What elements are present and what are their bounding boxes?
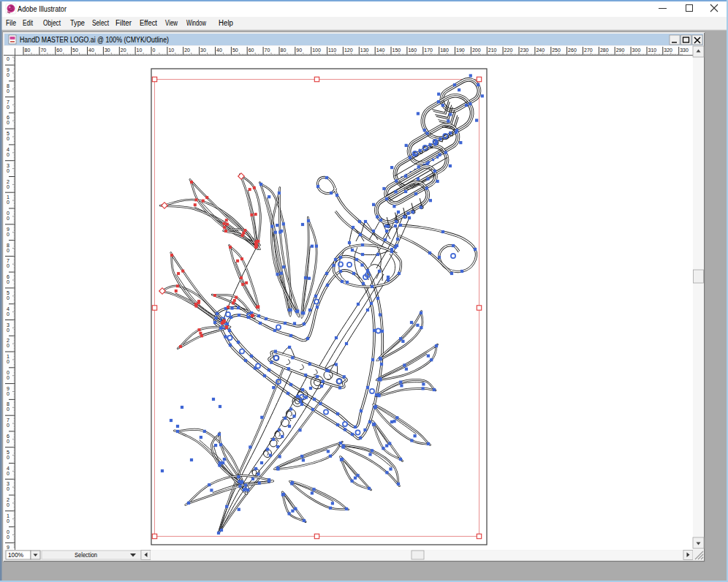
svg-text:3: 3 <box>7 163 10 168</box>
svg-text:0: 0 <box>7 471 10 476</box>
svg-text:80: 80 <box>25 48 31 53</box>
svg-text:190: 190 <box>456 48 465 53</box>
svg-text:HandD MASTER LOGO.ai @ 100% (C: HandD MASTER LOGO.ai @ 100% (CMYK/Outlin… <box>20 36 169 44</box>
svg-text:6: 6 <box>7 274 10 279</box>
svg-text:10: 10 <box>137 48 143 53</box>
svg-text:290: 290 <box>616 48 625 53</box>
svg-text:70: 70 <box>40 48 46 53</box>
svg-text:0: 0 <box>7 370 10 375</box>
svg-text:0: 0 <box>7 343 10 348</box>
svg-text:0: 0 <box>7 211 10 216</box>
svg-text:4: 4 <box>7 466 10 471</box>
svg-text:5: 5 <box>7 131 10 136</box>
svg-text:110: 110 <box>328 48 336 53</box>
svg-text:Select: Select <box>92 19 109 27</box>
svg-text:9: 9 <box>7 386 10 391</box>
svg-text:Effect: Effect <box>140 19 157 27</box>
svg-text:180: 180 <box>440 48 449 53</box>
svg-text:File: File <box>6 19 16 27</box>
svg-text:0: 0 <box>7 168 10 173</box>
svg-text:0: 0 <box>7 136 10 141</box>
svg-text:1: 1 <box>7 194 10 200</box>
svg-text:250: 250 <box>552 48 561 53</box>
svg-text:30: 30 <box>105 48 110 53</box>
svg-text:0: 0 <box>7 120 10 125</box>
svg-text:9: 9 <box>7 545 10 550</box>
svg-text:Filter: Filter <box>115 19 132 27</box>
svg-text:6: 6 <box>7 434 10 439</box>
svg-text:10: 10 <box>168 48 174 53</box>
svg-text:310: 310 <box>648 48 657 53</box>
svg-text:130: 130 <box>360 48 369 53</box>
svg-text:80: 80 <box>281 48 287 53</box>
svg-text:2: 2 <box>7 497 10 502</box>
svg-text:Window: Window <box>186 19 207 27</box>
svg-text:330: 330 <box>680 48 689 53</box>
svg-text:6: 6 <box>7 115 10 120</box>
svg-text:0: 0 <box>7 391 10 396</box>
svg-text:0: 0 <box>7 232 10 237</box>
svg-text:300: 300 <box>632 48 641 53</box>
svg-text:Object: Object <box>43 19 61 27</box>
svg-text:220: 220 <box>504 48 513 53</box>
svg-text:50: 50 <box>72 48 78 53</box>
svg-text:20: 20 <box>121 48 126 53</box>
svg-text:0: 0 <box>7 311 10 317</box>
svg-text:0: 0 <box>7 375 10 380</box>
svg-text:5: 5 <box>7 450 10 455</box>
svg-text:50: 50 <box>232 48 238 53</box>
svg-text:0: 0 <box>7 152 10 157</box>
svg-text:210: 210 <box>488 48 497 53</box>
svg-text:Selection: Selection <box>75 551 97 559</box>
svg-text:0: 0 <box>7 407 10 412</box>
svg-text:Adobe Illustrator: Adobe Illustrator <box>18 5 67 13</box>
svg-text:230: 230 <box>520 48 529 53</box>
svg-text:270: 270 <box>584 48 593 53</box>
svg-text:0: 0 <box>7 486 10 491</box>
svg-text:260: 260 <box>568 48 577 53</box>
svg-text:0: 0 <box>7 295 10 301</box>
svg-text:170: 170 <box>424 48 433 53</box>
svg-text:140: 140 <box>376 48 385 53</box>
svg-text:7: 7 <box>7 258 10 263</box>
svg-text:0: 0 <box>7 455 10 460</box>
svg-text:40: 40 <box>88 48 94 53</box>
svg-text:0: 0 <box>7 184 10 189</box>
svg-text:5: 5 <box>7 290 10 295</box>
svg-text:Type: Type <box>70 19 85 27</box>
svg-text:Help: Help <box>219 19 233 27</box>
svg-text:2: 2 <box>7 179 10 184</box>
svg-text:70: 70 <box>265 48 270 53</box>
svg-text:40: 40 <box>216 48 222 53</box>
svg-text:7: 7 <box>7 99 10 105</box>
svg-text:0: 0 <box>7 279 10 284</box>
svg-text:2: 2 <box>7 338 10 343</box>
svg-text:0: 0 <box>7 105 10 110</box>
svg-text:0: 0 <box>7 216 10 221</box>
svg-text:160: 160 <box>408 48 417 53</box>
svg-text:7: 7 <box>7 417 10 423</box>
svg-text:4: 4 <box>7 147 10 152</box>
svg-text:100: 100 <box>312 48 321 53</box>
svg-text:0: 0 <box>7 502 10 507</box>
svg-text:3: 3 <box>7 322 10 328</box>
svg-text:20: 20 <box>184 48 190 53</box>
svg-text:9: 9 <box>7 227 10 232</box>
svg-text:8: 8 <box>7 83 10 88</box>
svg-text:0: 0 <box>7 529 10 534</box>
svg-text:0: 0 <box>7 328 10 333</box>
svg-text:0: 0 <box>7 518 10 524</box>
svg-text:150: 150 <box>393 48 401 53</box>
svg-text:60: 60 <box>249 48 254 53</box>
svg-text:0: 0 <box>7 534 10 540</box>
svg-text:240: 240 <box>536 48 545 53</box>
svg-text:1: 1 <box>7 513 10 518</box>
svg-text:8: 8 <box>7 401 10 407</box>
svg-text:0: 0 <box>7 56 10 61</box>
svg-text:3: 3 <box>7 481 10 486</box>
svg-text:0: 0 <box>7 72 10 78</box>
svg-text:0: 0 <box>7 88 10 94</box>
svg-text:9: 9 <box>7 67 10 72</box>
svg-text:Edit: Edit <box>23 19 33 27</box>
svg-text:1: 1 <box>7 354 10 359</box>
